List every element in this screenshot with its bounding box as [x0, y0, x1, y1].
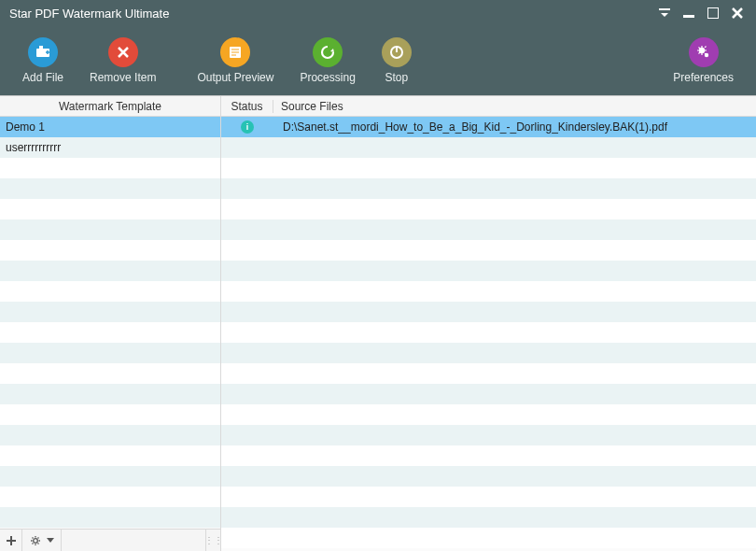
output-preview-icon [220, 37, 250, 67]
processing-button[interactable]: Processing [300, 37, 355, 84]
stop-icon [382, 37, 412, 67]
list-item[interactable] [0, 384, 220, 404]
add-template-button[interactable] [0, 530, 22, 552]
list-item[interactable] [0, 158, 220, 178]
list-item[interactable] [0, 199, 220, 219]
window-title: Star PDF Watermark Ultimate [9, 7, 169, 21]
dropdown-icon[interactable] [655, 4, 674, 22]
svg-rect-0 [683, 15, 694, 18]
list-item[interactable] [0, 281, 220, 302]
remove-item-button[interactable]: Remove Item [90, 37, 156, 84]
main-toolbar: Add File Remove Item Output Preview Proc… [0, 26, 756, 95]
svg-rect-6 [396, 48, 398, 52]
list-item[interactable] [221, 363, 756, 384]
list-item[interactable] [221, 281, 756, 302]
list-item[interactable] [221, 137, 756, 158]
list-item[interactable] [0, 219, 220, 240]
template-header-row: Watermark Template [0, 96, 220, 117]
list-item[interactable] [221, 507, 756, 528]
list-item[interactable] [221, 178, 756, 199]
list-item[interactable] [221, 487, 756, 507]
status-cell: i [221, 120, 273, 134]
list-item[interactable] [0, 507, 220, 528]
list-item[interactable] [221, 466, 756, 487]
list-item[interactable] [221, 158, 756, 178]
list-item[interactable] [0, 487, 220, 507]
template-item-label: userrrrrrrrrr [6, 141, 61, 154]
preferences-label: Preferences [673, 71, 734, 84]
list-item[interactable] [221, 322, 756, 343]
minimize-icon[interactable] [679, 4, 698, 22]
files-list[interactable]: iD:\Sanet.st__mordi_How_to_Be_a_Big_Kid_… [221, 117, 756, 551]
close-icon[interactable] [728, 4, 747, 22]
output-preview-button[interactable]: Output Preview [197, 37, 273, 84]
svg-rect-3 [39, 46, 43, 49]
list-item[interactable] [221, 302, 756, 322]
template-settings-button[interactable] [22, 530, 62, 552]
list-item[interactable] [221, 425, 756, 445]
list-item[interactable] [221, 384, 756, 404]
list-item[interactable] [0, 404, 220, 425]
remove-item-icon [108, 37, 138, 67]
list-item[interactable] [221, 199, 756, 219]
add-file-label: Add File [22, 71, 63, 84]
maximize-icon[interactable] [704, 4, 722, 22]
list-item[interactable]: userrrrrrrrrr [0, 137, 220, 158]
preferences-icon [689, 37, 719, 67]
template-bottom-toolbar: ⋮⋮ [0, 529, 220, 551]
list-item[interactable] [221, 404, 756, 425]
output-preview-label: Output Preview [197, 71, 273, 84]
content-area: Watermark Template Demo 1userrrrrrrrrr ⋮… [0, 95, 756, 551]
stop-button[interactable]: Stop [382, 37, 412, 84]
template-item-label: Demo 1 [6, 120, 45, 134]
template-delete-button[interactable] [62, 530, 84, 552]
list-item[interactable]: Demo 1 [0, 117, 220, 137]
add-file-button[interactable]: Add File [22, 37, 63, 84]
list-item[interactable] [0, 322, 220, 343]
list-item[interactable] [0, 240, 220, 261]
source-cell: D:\Sanet.st__mordi_How_to_Be_a_Big_Kid_-… [273, 120, 756, 134]
files-header-row: Status Source Files [221, 96, 756, 117]
template-pane: Watermark Template Demo 1userrrrrrrrrr ⋮… [0, 96, 221, 551]
remove-item-label: Remove Item [90, 71, 156, 84]
processing-label: Processing [300, 71, 355, 84]
list-item[interactable] [0, 425, 220, 445]
titlebar: Star PDF Watermark Ultimate [0, 0, 756, 26]
list-item[interactable] [221, 219, 756, 240]
files-pane: Status Source Files iD:\Sanet.st__mordi_… [221, 96, 756, 551]
add-file-icon [28, 37, 58, 67]
list-item[interactable] [221, 528, 756, 548]
template-list[interactable]: Demo 1userrrrrrrrrr [0, 117, 220, 529]
status-header[interactable]: Status [221, 100, 273, 113]
list-item[interactable] [0, 302, 220, 322]
processing-icon [313, 37, 343, 67]
list-item[interactable] [221, 240, 756, 261]
resize-grip-icon[interactable]: ⋮⋮ [205, 530, 220, 551]
list-item[interactable] [0, 363, 220, 384]
source-header[interactable]: Source Files [273, 100, 756, 113]
list-item[interactable] [0, 178, 220, 199]
list-item[interactable]: iD:\Sanet.st__mordi_How_to_Be_a_Big_Kid_… [221, 117, 756, 137]
svg-rect-1 [707, 7, 719, 19]
list-item[interactable] [0, 261, 220, 281]
svg-point-9 [33, 538, 37, 543]
template-header[interactable]: Watermark Template [0, 100, 220, 113]
list-item[interactable] [221, 343, 756, 363]
list-item[interactable] [0, 343, 220, 363]
stop-label: Stop [385, 71, 408, 84]
list-item[interactable] [221, 261, 756, 281]
list-item[interactable] [221, 445, 756, 466]
list-item[interactable] [0, 445, 220, 466]
info-icon: i [241, 120, 254, 134]
list-item[interactable] [0, 466, 220, 487]
preferences-button[interactable]: Preferences [673, 37, 734, 84]
